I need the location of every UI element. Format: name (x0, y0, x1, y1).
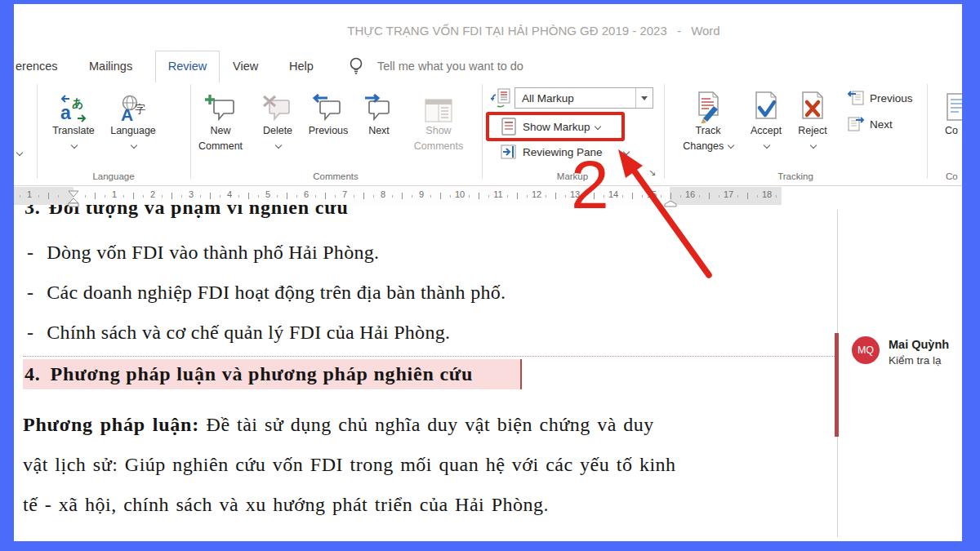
comment-anchor-dotted-line (23, 356, 836, 357)
language-button[interactable]: A 字 Language (104, 84, 163, 154)
next-change-label: Next (870, 118, 893, 131)
svg-text:A: A (121, 105, 133, 123)
ruler-number: 3 (183, 189, 199, 199)
group-separator (664, 84, 665, 179)
paragraph-line1-text: Đề tài sử dụng chủ nghĩa duy vật biện ch… (199, 414, 654, 435)
svg-text:字: 字 (135, 103, 145, 115)
track-changes-chevron-icon (728, 142, 734, 149)
ruler-number: 12 (528, 189, 545, 199)
ruler-number: 18 (759, 189, 775, 199)
doc-heading-4: 4.Phương pháp luận và phương pháp nghiên… (24, 363, 473, 385)
ruler-number: 7 (336, 189, 353, 199)
svg-text:a: a (60, 102, 71, 123)
new-comment-label: New (191, 123, 250, 139)
doc-bullet-1: -Dòng vốn FDI vào thành phố Hải Phòng. (27, 242, 379, 264)
show-comments-button[interactable]: Show Comments (409, 84, 468, 154)
reviewing-pane-icon (501, 144, 517, 160)
tab-help[interactable]: Help (289, 60, 314, 73)
reject-button[interactable]: Reject (788, 84, 837, 154)
ruler-number: 17 (720, 189, 737, 199)
ruler-number: 15 (644, 189, 660, 199)
accept-button[interactable]: Accept (739, 84, 793, 154)
show-comments-label2: Comments (409, 139, 468, 154)
comment-anchor-bar (835, 333, 839, 437)
reject-label: Reject (788, 123, 837, 139)
collapsed-group-chevron-icon[interactable] (16, 145, 22, 160)
ruler-number: 1 (106, 189, 122, 199)
next-change-icon (847, 116, 865, 132)
group-separator (482, 84, 483, 179)
group-separator (927, 84, 928, 179)
group-separator (37, 84, 38, 179)
track-changes-button[interactable]: Track Changes (679, 84, 737, 154)
next-comment-label: Next (354, 123, 404, 139)
show-comments-label: Show (409, 123, 468, 139)
comment-avatar[interactable]: MQ (852, 336, 880, 364)
display-for-review-dropdown[interactable]: All Markup (514, 87, 653, 109)
delete-dropdown-chevron-icon (252, 139, 303, 154)
annotation-highlight-box (486, 112, 625, 141)
comments-group-label: Comments (287, 171, 385, 181)
previous-change-icon (847, 90, 865, 106)
ruler-number: 9 (413, 189, 430, 199)
tell-me-input[interactable]: Tell me what you want to do (377, 60, 523, 73)
bullet-marker: - (27, 282, 33, 303)
previous-comment-button[interactable]: Previous (303, 84, 354, 139)
title-bar: THỰC TRẠNG VỐN FDI TẠI HẢI PHÒNG GĐ 2019… (14, 4, 962, 51)
comment-avatar-initials: MQ (858, 344, 874, 356)
markup-dialog-launcher-icon[interactable]: ↘ (647, 167, 657, 178)
translate-button[interactable]: a あ Translate (44, 84, 103, 154)
language-group-label: Language (65, 171, 163, 181)
compare-label: Co (945, 123, 962, 139)
display-for-review-icon (491, 88, 512, 113)
reject-icon (788, 84, 837, 123)
next-change-button[interactable]: Next (847, 116, 893, 132)
tab-review[interactable]: Review (155, 51, 220, 82)
previous-change-label: Previous (870, 92, 913, 104)
ruler-number: 4 (221, 189, 238, 199)
horizontal-ruler[interactable]: 1 1 2 3 4 5 6 7 8 9 10 11 12 13 14 15 16… (14, 186, 788, 206)
previous-comment-label: Previous (303, 123, 354, 139)
comment-author[interactable]: Mai Quỳnh (889, 338, 949, 351)
heading4-number: 4. (24, 363, 41, 384)
reviewing-pane-chevron-icon (622, 149, 629, 155)
track-changes-label2-text: Changes (683, 140, 724, 152)
compare-button[interactable]: Co (945, 84, 962, 139)
next-comment-button[interactable]: Next (354, 84, 404, 139)
delete-comment-label: Delete (252, 123, 303, 139)
ruler-number: 6 (298, 189, 314, 199)
hanging-indent-marker[interactable] (68, 196, 80, 211)
previous-comment-icon (303, 84, 354, 123)
previous-change-button[interactable]: Previous (847, 90, 913, 106)
bullet-marker: - (27, 242, 33, 263)
new-comment-button[interactable]: New Comment (191, 84, 250, 154)
accept-label: Accept (739, 123, 793, 139)
comment-text[interactable]: Kiểm tra lạ (889, 354, 942, 367)
svg-text:あ: あ (72, 96, 83, 110)
compare-group-label: Co (946, 171, 962, 181)
screenshot-frame: THỰC TRẠNG VỐN FDI TẠI HẢI PHÒNG GĐ 2019… (0, 0, 980, 551)
display-for-review-value: All Markup (515, 92, 635, 104)
bullet-marker: - (27, 322, 33, 343)
language-dropdown-chevron-icon (104, 139, 163, 154)
tab-references-partial[interactable]: erences (16, 60, 58, 73)
doc-bullet-2: -Các doanh nghiệp FDI hoạt động trên địa… (27, 282, 506, 304)
app-name: Word (691, 24, 720, 38)
tab-view[interactable]: View (233, 60, 258, 73)
reject-chevron-icon (788, 139, 837, 154)
tab-mailings[interactable]: Mailings (89, 60, 132, 73)
language-label: Language (104, 123, 163, 139)
delete-comment-button[interactable]: Delete (252, 84, 303, 154)
right-indent-marker[interactable] (664, 197, 678, 211)
track-changes-icon (679, 84, 737, 123)
show-comments-icon (409, 84, 468, 123)
display-for-review-caret-icon[interactable] (635, 88, 653, 108)
delete-comment-icon (252, 84, 303, 123)
bullet2-text: Các doanh nghiệp FDI hoạt động trên địa … (47, 282, 506, 303)
bullet3-text: Chính sách và cơ chế quản lý FDI của Hải… (47, 322, 450, 343)
ruler-number: 5 (260, 189, 276, 199)
reviewing-pane-button[interactable]: Reviewing Pane (501, 141, 629, 162)
heading4-text: Phương pháp luận và phương pháp nghiên c… (51, 363, 474, 384)
translate-label: Translate (44, 123, 103, 139)
track-changes-label: Track (679, 123, 737, 139)
